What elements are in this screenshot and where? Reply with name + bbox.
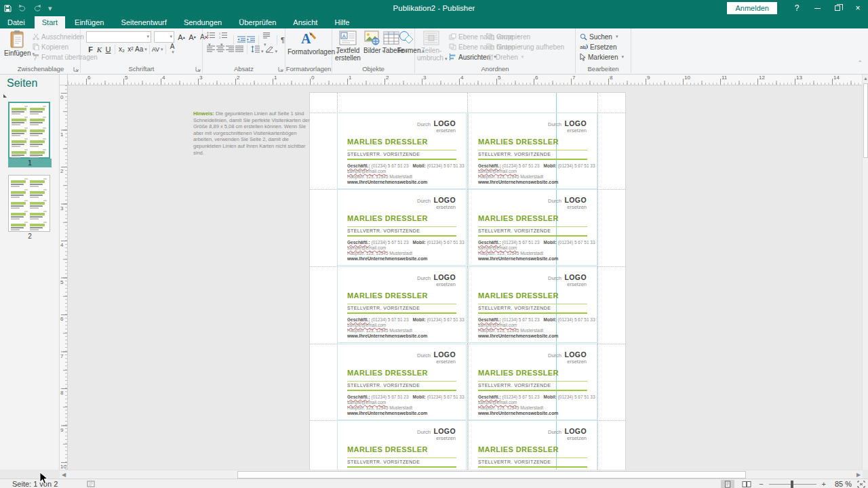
logo-placeholder[interactable]: Durch LOGO ersetzen <box>548 273 587 287</box>
business-card[interactable]: Durch LOGO ersetzen MARLIES DRESSLER STE… <box>337 113 467 189</box>
copy-button[interactable]: Kopieren <box>33 42 68 52</box>
collapse-pane-icon[interactable] <box>3 94 7 98</box>
business-card[interactable]: Durch LOGO ersetzen MARLIES DRESSLER STE… <box>468 420 597 470</box>
business-card[interactable]: Durch LOGO ersetzen MARLIES DRESSLER STE… <box>468 344 597 420</box>
business-card[interactable]: Durch LOGO ersetzen MARLIES DRESSLER STE… <box>468 189 597 266</box>
tab-seitenentwurf[interactable]: Seitenentwurf <box>114 16 174 28</box>
italic-button[interactable]: K <box>95 44 104 54</box>
card-email: sample@email.com <box>478 169 517 174</box>
page-format-icon[interactable] <box>87 481 95 487</box>
draw-textbox-button[interactable]: A Textfelderstellen <box>334 30 362 62</box>
logo-placeholder[interactable]: Durch LOGO ersetzen <box>417 119 456 134</box>
replace-button[interactable]: ab Ersetzen <box>580 42 616 52</box>
dialog-launcher-icon[interactable] <box>73 66 79 72</box>
align-right-button[interactable] <box>226 45 234 54</box>
find-button[interactable]: Suchen <box>580 32 618 41</box>
scroll-up-icon[interactable]: ▲ <box>863 75 868 83</box>
vertical-ruler[interactable]: 012345678910 <box>60 85 68 470</box>
bold-button[interactable]: F <box>86 44 95 54</box>
tab-datei[interactable]: Datei <box>0 16 33 28</box>
dialog-launcher-icon[interactable] <box>278 66 283 72</box>
cut-line-vertical <box>597 93 598 470</box>
group-button[interactable]: Gruppieren <box>486 32 530 41</box>
decrease-indent-button[interactable] <box>237 36 245 44</box>
shapes-button[interactable]: Formen <box>397 30 415 55</box>
group-icon <box>486 33 494 40</box>
single-page-view-button[interactable] <box>721 480 734 488</box>
paste-button[interactable]: Einfügen <box>4 30 30 58</box>
zoom-slider[interactable] <box>769 480 816 488</box>
rotate-icon <box>486 54 494 60</box>
select-button[interactable]: Markieren <box>580 52 624 62</box>
hint-textbox[interactable]: Hinweis: Die gepunkteten Linien auf Seit… <box>193 110 310 156</box>
change-case-button[interactable]: Aa <box>135 44 147 54</box>
publication-page[interactable]: Durch LOGO ersetzen MARLIES DRESSLER STE… <box>310 93 625 470</box>
subscript-button[interactable]: x₂ <box>117 44 126 54</box>
font-size-combo[interactable] <box>154 31 174 43</box>
two-page-view-button[interactable] <box>740 480 753 488</box>
zoom-slider-thumb[interactable] <box>791 481 793 488</box>
business-card[interactable]: Durch LOGO ersetzen MARLIES DRESSLER STE… <box>337 189 467 266</box>
shrink-font-button[interactable]: A▾ <box>188 32 197 42</box>
horizontal-scrollbar[interactable]: ◀ ▶ <box>60 470 863 479</box>
logo-placeholder[interactable]: Durch LOGO ersetzen <box>548 350 587 365</box>
zoom-level[interactable]: 85 % <box>831 480 852 488</box>
underline-button[interactable]: U <box>104 44 113 54</box>
paragraph-shading-button[interactable] <box>265 45 278 54</box>
show-marks-button[interactable]: ¶ <box>281 36 285 44</box>
business-card[interactable]: Durch LOGO ersetzen MARLIES DRESSLER STE… <box>337 420 467 470</box>
page-thumbnail-2[interactable]: 2 <box>8 175 52 241</box>
font-name-combo[interactable] <box>86 31 151 43</box>
collapse-ribbon-icon[interactable]: ⌃ <box>857 60 863 66</box>
fit-page-icon[interactable] <box>857 481 865 488</box>
logo-placeholder[interactable]: Durch LOGO ersetzen <box>417 350 456 365</box>
align-left-button[interactable] <box>207 45 215 54</box>
tab-ueberpruefen[interactable]: Überprüfen <box>231 16 283 28</box>
sign-in-button[interactable]: Anmelden <box>727 2 777 14</box>
line-spacing-button[interactable] <box>251 45 264 54</box>
logo-placeholder[interactable]: Durch LOGO ersetzen <box>417 427 456 441</box>
cut-button[interactable]: Ausschneiden <box>33 32 84 41</box>
zoom-in-button[interactable]: + <box>822 480 826 488</box>
tab-hilfe[interactable]: Hilfe <box>327 16 357 28</box>
pictures-button[interactable]: Bilder <box>363 30 381 55</box>
page-status[interactable]: Seite: 1 von 2 <box>12 479 58 488</box>
vertical-scrollbar[interactable]: ▲ <box>862 75 868 470</box>
horizontal-scroll-thumb[interactable] <box>237 471 746 479</box>
restore-button[interactable] <box>827 0 848 16</box>
logo-placeholder[interactable]: Durch LOGO ersetzen <box>548 119 587 134</box>
tab-ansicht[interactable]: Ansicht <box>285 16 325 28</box>
justify-icon <box>235 45 243 52</box>
ungroup-button[interactable]: Gruppierung aufheben <box>486 42 564 52</box>
logo-placeholder[interactable]: Durch LOGO ersetzen <box>417 196 456 210</box>
font-color-button[interactable]: A <box>168 44 177 54</box>
page-thumbnail-1[interactable]: 1 <box>8 102 52 167</box>
card-name: MARLIES DRESSLER <box>347 445 428 453</box>
business-card[interactable]: Durch LOGO ersetzen MARLIES DRESSLER STE… <box>337 344 467 420</box>
business-card[interactable]: Durch LOGO ersetzen MARLIES DRESSLER STE… <box>468 113 597 189</box>
rotate-button[interactable]: Drehen <box>486 52 524 62</box>
business-card[interactable]: Durch LOGO ersetzen MARLIES DRESSLER STE… <box>468 266 597 343</box>
business-card[interactable]: Durch LOGO ersetzen MARLIES DRESSLER STE… <box>337 266 467 343</box>
zoom-out-button[interactable]: − <box>759 480 763 488</box>
styles-button[interactable]: A Formatvorlagen <box>288 30 330 56</box>
tab-start[interactable]: Start <box>35 16 65 28</box>
increase-indent-button[interactable] <box>247 36 255 44</box>
tab-sendungen[interactable]: Sendungen <box>176 16 229 28</box>
logo-placeholder[interactable]: Durch LOGO ersetzen <box>548 196 587 210</box>
minimize-button[interactable] <box>807 0 827 16</box>
justify-button[interactable] <box>235 45 243 54</box>
superscript-button[interactable]: x² <box>126 44 135 54</box>
vertical-scroll-thumb[interactable] <box>863 83 868 158</box>
align-center-button[interactable] <box>216 45 224 54</box>
dialog-launcher-icon[interactable] <box>195 66 201 72</box>
character-spacing-button[interactable]: AV <box>152 44 163 54</box>
logo-placeholder[interactable]: Durch LOGO ersetzen <box>548 427 587 441</box>
text-wrap-button[interactable]: Zeilen-umbruch <box>417 30 446 62</box>
tab-einfuegen[interactable]: Einfügen <box>67 16 111 28</box>
help-button[interactable]: ? <box>787 0 807 16</box>
close-button[interactable]: × <box>848 0 868 16</box>
logo-placeholder[interactable]: Durch LOGO ersetzen <box>417 273 456 287</box>
grow-font-button[interactable]: A▴ <box>177 32 186 42</box>
horizontal-ruler[interactable]: 65432101234567891011121314 <box>68 75 863 85</box>
